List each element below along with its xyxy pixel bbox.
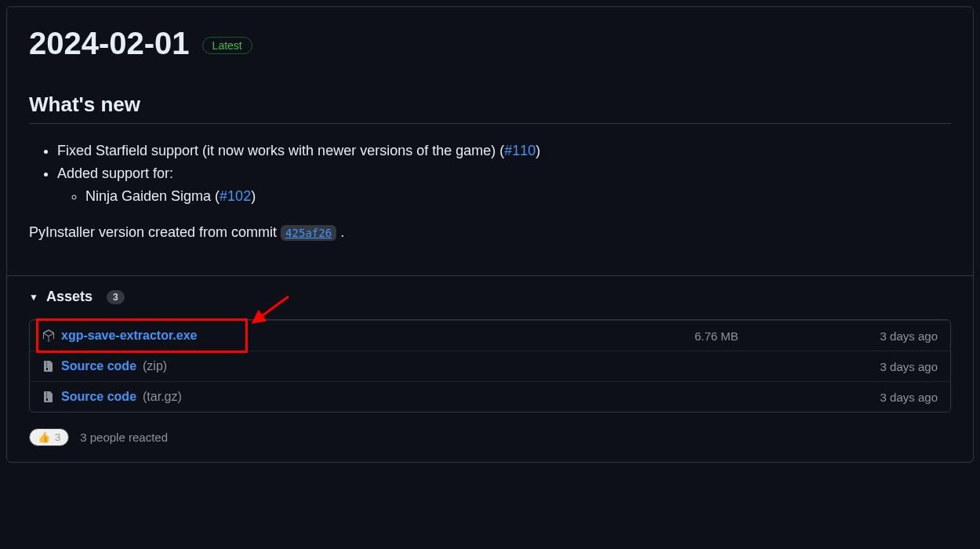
changelog-text: Added support for: <box>57 165 173 181</box>
changelog-text: ) <box>251 188 256 204</box>
reaction-button[interactable]: 👍 3 <box>29 428 69 446</box>
asset-row: Source code (zip) 3 days ago <box>30 351 950 381</box>
asset-time: 3 days ago <box>851 329 938 343</box>
commit-link[interactable]: 425af26 <box>281 225 336 241</box>
asset-suffix: (zip) <box>143 359 167 373</box>
issue-link[interactable]: #102 <box>220 188 251 204</box>
latest-badge: Latest <box>202 37 252 54</box>
reaction-summary: 3 people reacted <box>80 431 168 444</box>
title-row: 2024-02-01 Latest <box>29 26 951 61</box>
caret-down-icon: ▼ <box>29 292 38 303</box>
asset-link[interactable]: Source code (zip) <box>42 359 695 373</box>
asset-time: 3 days ago <box>851 360 938 373</box>
assets-list: xgp-save-extractor.exe 6.76 MB 3 days ag… <box>29 319 951 413</box>
thumbs-up-icon: 👍 <box>38 431 50 443</box>
asset-time: 3 days ago <box>851 391 938 404</box>
changelog-text: Ninja Gaiden Sigma ( <box>85 188 220 204</box>
file-zip-icon <box>42 360 55 373</box>
whats-new-heading: What's new <box>29 93 951 124</box>
assets-label: Assets <box>46 289 93 305</box>
release-panel: 2024-02-01 Latest What's new Fixed Starf… <box>6 6 974 463</box>
changelog-text: Fixed Starfield support (it now works wi… <box>57 143 504 158</box>
release-header: 2024-02-01 Latest What's new Fixed Starf… <box>7 7 973 253</box>
package-icon <box>42 329 55 342</box>
assets-count-badge: 3 <box>107 290 125 304</box>
pyinstaller-text: PyInstaller version created from commit <box>29 224 281 240</box>
changelog: Fixed Starfield support (it now works wi… <box>29 140 951 244</box>
changelog-subitem: Ninja Gaiden Sigma (#102) <box>85 185 951 208</box>
asset-link[interactable]: xgp-save-extractor.exe <box>42 329 695 343</box>
issue-link[interactable]: #110 <box>504 143 535 158</box>
changelog-text: ) <box>535 143 540 158</box>
assets-section: ▼ Assets 3 xgp-save-extractor.exe 6.76 M… <box>7 276 973 462</box>
changelog-item: Fixed Starfield support (it now works wi… <box>57 140 951 162</box>
file-zip-icon <box>42 391 55 403</box>
pyinstaller-text: . <box>336 224 344 240</box>
assets-toggle[interactable]: ▼ Assets 3 <box>29 289 951 305</box>
release-title: 2024-02-01 <box>29 26 190 61</box>
changelog-item: Added support for: Ninja Gaiden Sigma (#… <box>57 162 951 208</box>
pyinstaller-note: PyInstaller version created from commit … <box>29 221 951 244</box>
reactions-bar: 👍 3 3 people reacted <box>29 428 951 446</box>
asset-size: 6.76 MB <box>695 329 851 343</box>
asset-row: Source code (tar.gz) 3 days ago <box>30 381 950 412</box>
reaction-count: 3 <box>55 431 60 443</box>
asset-suffix: (tar.gz) <box>143 390 182 404</box>
asset-name-text: Source code <box>61 390 136 404</box>
asset-name-text: Source code <box>61 359 136 373</box>
asset-row: xgp-save-extractor.exe 6.76 MB 3 days ag… <box>30 320 950 351</box>
asset-name-text: xgp-save-extractor.exe <box>61 329 197 343</box>
asset-link[interactable]: Source code (tar.gz) <box>42 390 695 404</box>
